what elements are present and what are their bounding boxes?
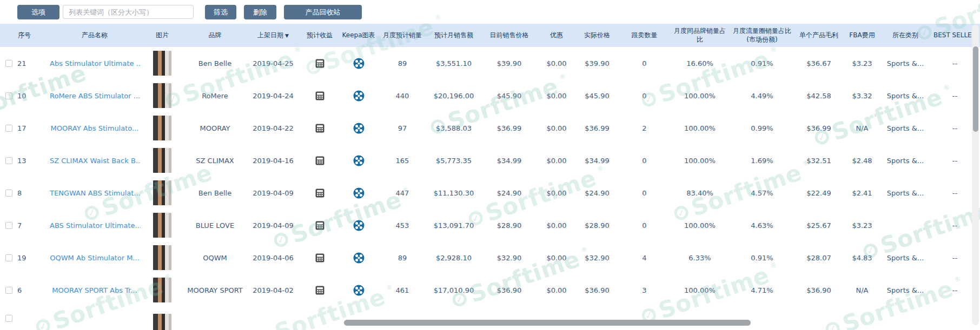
brand-cell: MOORAY <box>184 112 246 144</box>
follow-sellers-cell: 0 <box>619 209 670 241</box>
actual-price-cell: $39.90 <box>575 47 619 79</box>
keepa-chart-icon[interactable] <box>353 285 365 296</box>
product-image[interactable] <box>153 213 171 238</box>
keepa-chart-icon[interactable] <box>353 252 365 264</box>
calculator-icon[interactable] <box>315 221 325 230</box>
follow-sellers-cell: 0 <box>619 177 670 209</box>
horizontal-scrollbar-thumb[interactable] <box>344 320 751 326</box>
col-header-monthly-est-sales[interactable]: 月度预计销量 <box>378 24 427 47</box>
col-header-market-share[interactable]: 月度流量圈销量占比(市场份额) <box>730 24 794 47</box>
col-header-follow-sellers[interactable]: 跟卖数量 <box>619 24 670 47</box>
product-image[interactable] <box>153 314 171 330</box>
product-name-link[interactable]: SZ CLIMAX Waist Back B... <box>50 157 141 165</box>
product-image[interactable] <box>153 245 171 270</box>
calculator-icon[interactable] <box>315 156 325 165</box>
gross-profit-cell: $25.67 <box>794 209 843 241</box>
vertical-scrollbar-thumb[interactable] <box>973 46 978 132</box>
calculator-icon[interactable] <box>315 253 325 262</box>
list-date-cell: 2019-04-09 <box>246 177 300 209</box>
product-name-link[interactable]: OQWM Ab Stimulator M... <box>50 254 140 262</box>
row-checkbox[interactable] <box>5 92 12 99</box>
keepa-chart-icon[interactable] <box>353 187 365 199</box>
actual-price-cell: $36.90 <box>575 274 619 306</box>
actual-price-cell: $32.90 <box>575 241 619 274</box>
calculator-icon[interactable] <box>315 124 325 133</box>
product-name-link[interactable]: TENGWAN ABS Stimulat... <box>50 189 141 197</box>
product-name-link[interactable]: MOORAY Abs Stimulato... <box>51 124 139 132</box>
row-checkbox[interactable] <box>5 315 12 322</box>
sort-desc-icon[interactable]: ▼ <box>285 33 289 38</box>
est-monthly-revenue-cell: $17,010.90 <box>427 274 481 306</box>
follow-sellers-cell: 3 <box>619 274 670 306</box>
keepa-chart-icon[interactable] <box>353 123 365 134</box>
actual-price-cell: $36.99 <box>575 112 619 144</box>
col-header-keepa-chart[interactable]: Keepa图表 <box>339 24 378 47</box>
market-share-cell: 4.63% <box>730 209 794 241</box>
table-row: 10RoMere ABS Stimulator ...RoMere2019-04… <box>0 79 980 112</box>
calculator-icon[interactable] <box>315 286 325 295</box>
keepa-chart-icon[interactable] <box>353 155 365 166</box>
row-index: 8 <box>17 189 22 197</box>
product-image[interactable] <box>153 83 171 108</box>
keepa-chart-cell <box>339 79 378 112</box>
calculator-icon[interactable] <box>315 59 325 68</box>
keepa-chart-icon[interactable] <box>353 58 365 69</box>
product-name-link[interactable]: RoMere ABS Stimulator ... <box>50 92 140 100</box>
delete-button[interactable]: 删除 <box>244 5 276 19</box>
col-header-brand-sales-share[interactable]: 月度同品牌销量占比 <box>670 24 730 47</box>
filter-button[interactable]: 筛选 <box>205 5 236 19</box>
table-row-partial <box>0 306 980 330</box>
col-header-fba-fee[interactable]: FBA费用 <box>843 24 881 47</box>
product-image[interactable] <box>153 278 171 302</box>
est-monthly-revenue-cell: $2,928.10 <box>427 241 481 274</box>
calculator-icon[interactable] <box>315 188 325 198</box>
col-header-image[interactable]: 图片 <box>141 24 184 47</box>
current-price-cell: $45.90 <box>481 79 538 112</box>
product-name-link[interactable]: Abs Stimulator Ultimate ... <box>50 59 141 68</box>
col-header-brand[interactable]: 品牌 <box>184 24 246 47</box>
keepa-chart-icon[interactable] <box>353 220 365 231</box>
fba-fee-cell: $3.23 <box>843 47 881 79</box>
keepa-chart-icon[interactable] <box>353 90 365 102</box>
brand-sales-share-cell: 6.33% <box>670 241 730 274</box>
options-button[interactable]: 选项 <box>17 5 59 19</box>
monthly-est-sales-cell: 89 <box>378 241 427 274</box>
monthly-est-sales-cell: 453 <box>378 209 427 241</box>
col-header-current-price[interactable]: 目前销售价格 <box>481 24 538 47</box>
row-checkbox[interactable] <box>5 222 12 229</box>
col-header-est-monthly-revenue[interactable]: 预计月销售额 <box>427 24 481 47</box>
product-image[interactable] <box>153 148 171 173</box>
gross-profit-cell: $36.67 <box>794 47 843 79</box>
row-checkbox[interactable] <box>5 190 12 197</box>
col-header-est-profit[interactable]: 预计收益 <box>300 24 339 47</box>
product-recycle-bin-button[interactable]: 产品回收站 <box>284 5 362 19</box>
vertical-scrollbar-track <box>972 25 979 325</box>
list-date-cell: 2019-04-06 <box>246 241 300 274</box>
current-price-cell: $36.99 <box>481 112 538 144</box>
row-checkbox[interactable] <box>5 125 12 132</box>
col-header-product-name[interactable]: 产品名称 <box>49 24 141 47</box>
product-image[interactable] <box>153 51 171 76</box>
row-checkbox[interactable] <box>5 157 12 164</box>
calculator-icon[interactable] <box>315 91 325 100</box>
product-image[interactable] <box>153 116 171 140</box>
row-checkbox[interactable] <box>5 60 12 67</box>
category-cell <box>881 209 930 241</box>
category-cell: Sports &... <box>881 177 930 209</box>
col-header-actual-price[interactable]: 实际价格 <box>575 24 619 47</box>
row-index: 7 <box>17 221 22 230</box>
col-header-gross-profit[interactable]: 单个产品毛利 <box>794 24 843 47</box>
product-name-link[interactable]: ABS Stimulator Ultimate... <box>50 221 141 230</box>
product-image[interactable] <box>153 180 171 205</box>
discount-cell: $0.00 <box>538 144 575 177</box>
col-header-category[interactable]: 所在类别 <box>881 24 930 47</box>
col-header-list-date[interactable]: 上架日期▼ <box>246 24 300 47</box>
monthly-est-sales-cell: 447 <box>378 177 427 209</box>
keepa-chart-cell <box>339 112 378 144</box>
row-checkbox[interactable] <box>5 287 12 294</box>
row-checkbox[interactable] <box>5 254 12 261</box>
list-keyword-search-input[interactable] <box>63 5 194 19</box>
col-header-index[interactable]: 序号 <box>0 24 49 47</box>
product-name-link[interactable]: MOORAY SPORT Abs Tr... <box>52 286 137 294</box>
col-header-discount[interactable]: 优惠 <box>538 24 575 47</box>
